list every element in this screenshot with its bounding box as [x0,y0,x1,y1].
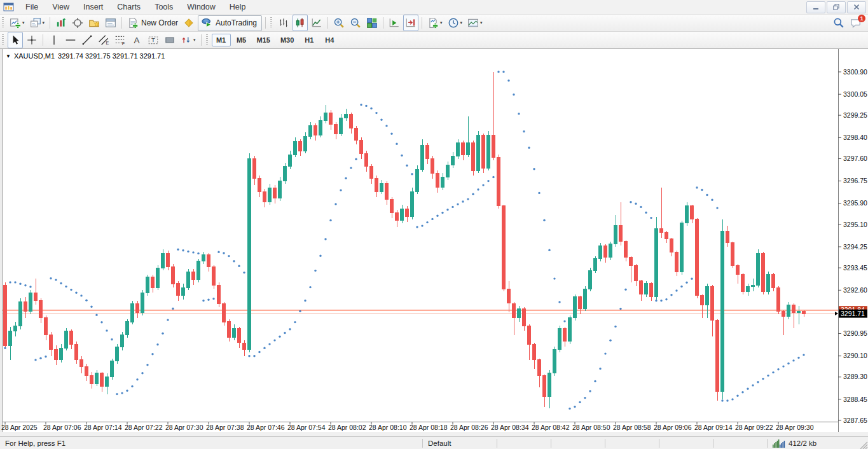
community-notification[interactable]: 1 [850,17,862,29]
mt4-window: FileViewInsertChartsToolsWindowHelp ▾ ▾ [0,0,868,449]
svg-text:3290.95: 3290.95 [843,329,867,337]
text-icon: A [131,34,142,46]
indicators-button[interactable]: ▾ [425,15,444,31]
autotrading-icon [201,17,213,29]
new-order-icon [127,17,139,29]
crosshair-target-icon [72,17,83,29]
market-watch-button[interactable] [53,15,69,31]
horizontal-line-button[interactable] [63,32,78,48]
autotrading-label: AutoTrading [216,18,257,27]
autotrading-toggle[interactable]: AutoTrading [198,15,262,31]
bar-chart-icon [278,17,289,29]
toolbar-grip[interactable] [206,34,208,46]
line-chart-icon [311,17,322,29]
menu-file[interactable]: File [18,1,45,13]
svg-text:28 Apr 08:02: 28 Apr 08:02 [328,424,366,431]
navigator-folder-star-icon [88,17,100,29]
menu-window[interactable]: Window [180,1,222,13]
separator [43,34,43,46]
text-button[interactable]: A [129,32,144,48]
chart-shift-button[interactable] [403,15,418,31]
toolbar-line-studies: E F A T ▾ M1M5M15M30H1H4 [0,32,868,49]
svg-text:28 Apr 07:30: 28 Apr 07:30 [165,424,203,431]
restore-button[interactable] [827,1,846,13]
metaeditor-button[interactable] [181,15,196,31]
menu-view[interactable]: View [45,1,76,13]
timeframe-h4[interactable]: H4 [320,34,339,46]
svg-text:3292.60: 3292.60 [843,286,867,294]
menu-charts[interactable]: Charts [110,1,148,13]
templates-button[interactable]: ▾ [465,15,485,31]
equidistant-channel-icon: E [98,34,109,46]
svg-text:F: F [122,41,125,46]
resize-grip[interactable] [858,437,868,449]
svg-text:E: E [106,40,109,46]
toolbar-grip[interactable] [2,17,4,29]
candlestick-chart-button[interactable] [293,15,308,31]
data-window-button[interactable] [70,15,85,31]
tile-windows-button[interactable] [364,15,380,31]
timeframe-m5[interactable]: M5 [232,34,251,46]
separator [50,17,50,29]
chevron-down-icon: ▾ [460,20,463,25]
menu-tools[interactable]: Tools [148,1,180,13]
rectangle-tool-button[interactable] [162,32,177,48]
svg-text:A: A [134,36,139,45]
profiles-button[interactable]: ▾ [28,15,47,31]
equidistant-channel-button[interactable]: E [96,32,111,48]
zoom-out-icon [350,17,361,29]
svg-text:28 Apr 07:14: 28 Apr 07:14 [84,424,122,431]
toolbar-grip[interactable] [270,17,272,29]
timeframe-m30[interactable]: M30 [276,34,298,46]
new-order-button[interactable]: New Order [125,15,180,31]
bar-chart-button[interactable] [276,15,291,31]
svg-text:28 Apr 2025: 28 Apr 2025 [1,424,38,431]
ohlc-values: 3291.74 3291.75 3291.71 3291.71 [58,52,165,60]
zoom-in-button[interactable] [331,15,347,31]
separator [201,34,202,46]
new-order-label: New Order [141,18,178,27]
close-button[interactable] [847,1,866,13]
svg-text:3289.30: 3289.30 [843,373,867,380]
status-profile: Default [423,437,497,449]
new-chart-button[interactable]: ▾ [8,15,27,31]
line-chart-button[interactable] [309,15,324,31]
bottom-gap [0,432,868,436]
status-help-text: For Help, press F1 [0,437,422,449]
connection-bars-icon [773,439,785,448]
cursor-button[interactable] [8,32,23,48]
arrows-tool-button[interactable]: ▾ [179,32,198,48]
timeframe-h1[interactable]: H1 [300,34,319,46]
auto-scroll-button[interactable] [387,15,402,31]
minimize-button[interactable] [806,1,825,13]
terminal-panel-icon [105,17,116,29]
fibonacci-button[interactable]: F [113,32,128,48]
vertical-line-icon [48,34,60,46]
status-empty-cell [605,437,659,449]
rectangle-tool-icon [164,34,176,46]
crosshair-button[interactable] [24,32,39,48]
templates-icon [467,17,479,29]
terminal-button[interactable] [103,15,118,31]
text-label-button[interactable]: T [146,32,161,48]
metaeditor-icon [183,17,195,29]
svg-text:28 Apr 08:58: 28 Apr 08:58 [613,424,651,431]
navigator-button[interactable] [86,15,102,31]
auto-scroll-icon [389,17,400,29]
trendline-button[interactable] [79,32,95,48]
svg-text:T: T [151,36,155,43]
timeframe-m1[interactable]: M1 [212,34,231,46]
candlestick-chart-icon [294,17,306,29]
periods-button[interactable]: ▾ [446,15,465,31]
app-logo-icon [3,2,16,12]
menu-help[interactable]: Help [223,1,253,13]
timeframe-m15[interactable]: M15 [252,34,275,46]
vertical-line-button[interactable] [46,32,62,48]
toolbar-grip[interactable] [2,34,4,46]
clock-icon [448,17,459,29]
chart-area[interactable]: 3300.903300.053299.253298.403297.603296.… [0,48,868,432]
menu-insert[interactable]: Insert [76,1,110,13]
search-icon[interactable] [833,17,844,29]
zoom-out-button[interactable] [348,15,363,31]
svg-text:3299.25: 3299.25 [843,111,867,119]
